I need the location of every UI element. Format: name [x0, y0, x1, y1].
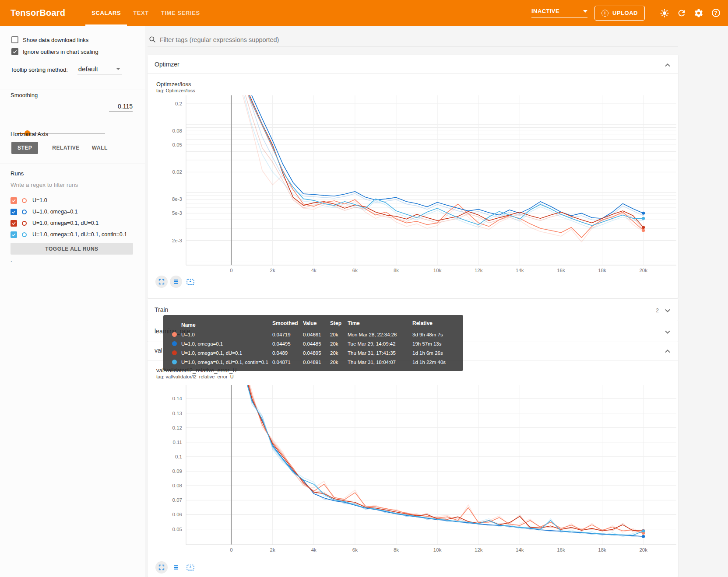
divider	[0, 164, 145, 164]
svg-text:14k: 14k	[516, 547, 524, 553]
data-status-dropdown[interactable]: INACTIVE	[531, 8, 587, 18]
expand-section-icon[interactable]	[662, 305, 673, 316]
tooltip-smoothed: 0.04495	[272, 339, 303, 348]
svg-text:6k: 6k	[352, 268, 358, 273]
tooltip-relative: 19h 57m 13s	[412, 339, 457, 348]
tooltip-run-name: U=1.0, omega=0.1, dU=0.1, contin=0.1	[169, 357, 272, 367]
settings-icon[interactable]	[693, 8, 704, 18]
tooltip-value: 0.04895	[303, 348, 330, 357]
runs-filter-input[interactable]: Write a regex to filter runs	[11, 182, 134, 191]
filter-tags-placeholder: Filter tags (regular expressions support…	[160, 36, 279, 43]
divider	[0, 124, 145, 124]
run-checkbox-icon[interactable]	[11, 209, 17, 215]
svg-text:0.08: 0.08	[172, 128, 182, 133]
run-label: U=1.0, omega=0.1, dU=0.1, contin=0.1	[32, 231, 127, 238]
toggle-all-runs-button[interactable]: TOGGLE ALL RUNS	[11, 243, 133, 255]
tab-time-series[interactable]: TIME SERIES	[155, 0, 206, 26]
svg-text:0.02: 0.02	[172, 169, 182, 175]
run-item[interactable]: U=1.0, omega=0.1	[11, 206, 137, 217]
run-checkbox-icon[interactable]	[11, 197, 17, 204]
tooltip-relative: 1d 1h 22m 40s	[412, 357, 457, 367]
axis-step-button[interactable]: STEP	[11, 142, 38, 154]
expand-chart-icon[interactable]	[155, 561, 168, 574]
run-color-radio-icon[interactable]	[22, 232, 27, 237]
tooltip-value: 0.04485	[303, 339, 330, 348]
collapse-section-icon[interactable]	[662, 60, 673, 70]
horizontal-axis-label: Horizontal Axis	[11, 131, 48, 137]
svg-text:10k: 10k	[433, 268, 442, 273]
ignore-outliers-checkbox[interactable]: Ignore outliers in chart scaling	[11, 48, 98, 55]
run-checkbox-icon[interactable]	[11, 231, 17, 238]
run-color-radio-icon[interactable]	[22, 221, 27, 226]
brightness-icon[interactable]	[659, 8, 670, 18]
tab-scalars[interactable]: SCALARS	[85, 0, 127, 26]
svg-text:6k: 6k	[352, 547, 358, 553]
help-icon[interactable]: ?	[710, 8, 721, 18]
tooltip-smoothed: 0.04719	[272, 330, 303, 339]
chart-title: Optimzer/loss	[156, 81, 191, 87]
svg-text:2k: 2k	[270, 268, 275, 273]
smoothing-value[interactable]: 0.115	[109, 103, 133, 112]
svg-text:4k: 4k	[311, 268, 317, 273]
axis-wall-button[interactable]: WALL	[86, 142, 114, 154]
chart-toolbar	[155, 561, 197, 574]
collapse-section-icon[interactable]	[662, 346, 673, 357]
runs-selector-icon[interactable]	[170, 561, 182, 574]
svg-text:8e-3: 8e-3	[172, 196, 182, 202]
svg-text:0.1: 0.1	[175, 454, 182, 459]
svg-text:14k: 14k	[516, 268, 524, 273]
run-color-radio-icon[interactable]	[22, 210, 27, 214]
upload-button[interactable]: i UPLOAD	[594, 6, 645, 21]
search-icon	[149, 36, 156, 43]
svg-text:12k: 12k	[475, 268, 483, 273]
runs-selector-icon[interactable]	[170, 276, 182, 288]
svg-text:0.2: 0.2	[175, 101, 182, 106]
card-optimizer: Optimzer Optimzer/loss tag: Optimzer/los…	[148, 55, 678, 298]
run-label: U=1.0	[32, 197, 47, 203]
run-item[interactable]: U=1.0, omega=0.1, dU=0.1	[11, 217, 137, 229]
tab-bar: SCALARS TEXT TIME SERIES	[85, 0, 206, 26]
tooltip-relative: 3d 9h 48m 7s	[412, 330, 457, 339]
svg-text:2e-3: 2e-3	[172, 238, 182, 243]
tooltip-time: Mon Mar 28, 22:34:26	[348, 330, 412, 339]
run-color-dot	[172, 332, 177, 337]
tooltip-sorting-select[interactable]: default	[77, 65, 122, 74]
tooltip-smoothed: 0.04871	[272, 357, 303, 367]
run-checkbox-icon[interactable]	[11, 220, 17, 227]
svg-text:8k: 8k	[394, 547, 399, 553]
svg-text:0: 0	[230, 547, 232, 553]
run-item[interactable]: U=1.0, omega=0.1, dU=0.1, contin=0.1	[11, 229, 137, 240]
tooltip-run-name: U=1.0, omega=0.1	[169, 339, 272, 348]
svg-text:20k: 20k	[639, 547, 647, 553]
fit-domain-icon[interactable]	[184, 276, 197, 288]
chart-val-l2-relative-error[interactable]: 02k4k6k8k10k12k14k16k18k20k0.140.130.120…	[148, 385, 678, 560]
show-download-links-checkbox[interactable]: Show data download links	[11, 36, 88, 43]
tooltip-value: 0.04891	[303, 357, 330, 367]
axis-relative-button[interactable]: RELATIVE	[46, 142, 85, 154]
tooltip-value: 0.04661	[303, 330, 330, 339]
chart-optimizer-loss[interactable]: 02k4k6k8k10k12k14k16k18k20k0.20.080.050.…	[148, 95, 678, 276]
section-count-badge: 2	[656, 308, 659, 314]
tooltip-sorting-value: default	[78, 65, 98, 73]
expand-chart-icon[interactable]	[155, 276, 168, 288]
tooltip-header: Smoothed	[272, 320, 303, 330]
svg-text:0.11: 0.11	[172, 440, 182, 445]
tab-text[interactable]: TEXT	[127, 0, 155, 26]
svg-text:0.07: 0.07	[172, 497, 182, 503]
run-item[interactable]: U=1.0	[11, 195, 137, 206]
tooltip-header: Name	[169, 320, 272, 330]
svg-text:0.05: 0.05	[172, 527, 182, 532]
run-color-dot	[172, 350, 177, 355]
tooltip-sorting-row: Tooltip sorting method: default	[11, 65, 122, 74]
svg-text:0.08: 0.08	[172, 483, 182, 488]
section-title-val: val	[155, 347, 162, 354]
filter-tags-search[interactable]: Filter tags (regular expressions support…	[148, 33, 678, 46]
refresh-icon[interactable]	[676, 8, 687, 18]
expand-section-icon[interactable]	[662, 327, 673, 337]
fit-domain-icon[interactable]	[184, 561, 197, 574]
run-color-radio-icon[interactable]	[22, 198, 27, 203]
svg-text:0.05: 0.05	[172, 142, 182, 147]
tooltip-step: 20k	[330, 357, 348, 367]
svg-text:18k: 18k	[598, 268, 606, 273]
tooltip-header: Step	[330, 320, 348, 330]
